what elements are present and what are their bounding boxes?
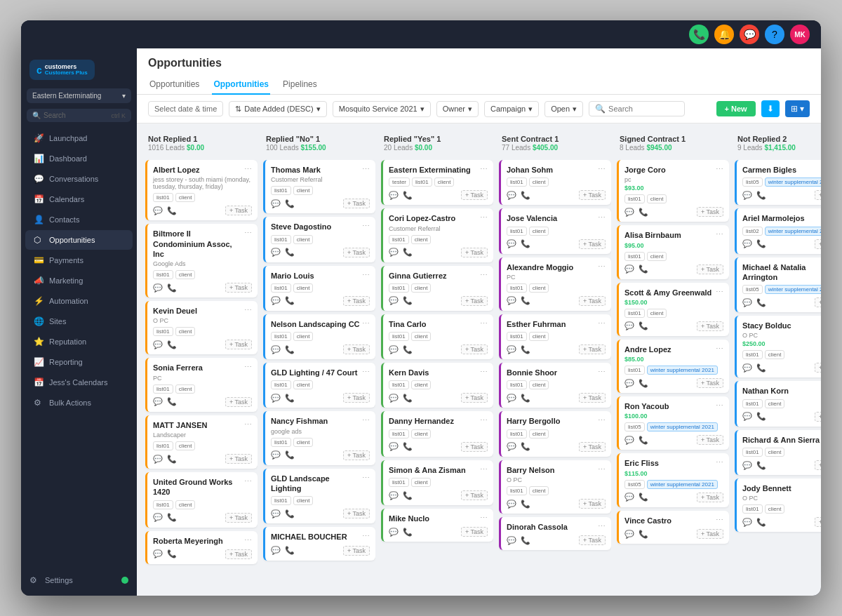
sidebar-item-contacts[interactable]: 👤 Contacts bbox=[25, 210, 133, 229]
sidebar-item-jess-calendars[interactable]: 📅 Jess's Calendars bbox=[25, 373, 133, 392]
org-selector[interactable]: Eastern Exterminating ▾ bbox=[27, 88, 131, 103]
add-task-btn[interactable]: + Task bbox=[697, 378, 723, 388]
card-chat-icon[interactable]: 💬 bbox=[153, 397, 163, 406]
card-more-btn[interactable]: ⋯ bbox=[716, 516, 723, 525]
card-chat-icon[interactable]: 💬 bbox=[624, 436, 634, 445]
card-more-btn[interactable]: ⋯ bbox=[362, 532, 370, 541]
card-chat-icon[interactable]: 💬 bbox=[624, 321, 634, 330]
kanban-card[interactable]: Ariel Marmolejos ⋯ list02winter suppleme… bbox=[735, 208, 821, 253]
card-phone-icon[interactable]: 📞 bbox=[756, 363, 766, 373]
card-chat-icon[interactable]: 💬 bbox=[153, 340, 163, 349]
card-phone-icon[interactable]: 📞 bbox=[639, 530, 648, 539]
card-more-btn[interactable]: ⋯ bbox=[362, 368, 370, 377]
sidebar-item-marketing[interactable]: 📣 Marketing bbox=[25, 271, 133, 290]
kanban-card[interactable]: Jose Valencia ⋯ list01client 💬 📞 + Task bbox=[499, 208, 611, 253]
kanban-card[interactable]: Carmen Bigles ⋯ list05winter supplementa… bbox=[735, 160, 821, 205]
card-chat-icon[interactable]: 💬 bbox=[507, 239, 516, 248]
card-chat-icon[interactable]: 💬 bbox=[271, 546, 281, 555]
kanban-card[interactable]: Tina Carlo ⋯ list01client 💬 📞 + Task bbox=[381, 314, 493, 359]
card-chat-icon[interactable]: 💬 bbox=[624, 379, 634, 388]
add-task-btn[interactable]: + Task bbox=[815, 517, 821, 527]
card-more-btn[interactable]: ⋯ bbox=[362, 319, 370, 328]
add-task-btn[interactable]: + Task bbox=[697, 265, 723, 274]
sidebar-item-automation[interactable]: ⚡ Automation bbox=[25, 291, 133, 311]
add-task-btn[interactable]: + Task bbox=[697, 321, 723, 331]
card-chat-icon[interactable]: 💬 bbox=[389, 191, 399, 200]
card-chat-icon[interactable]: 💬 bbox=[742, 363, 752, 373]
add-task-btn[interactable]: + Task bbox=[461, 296, 488, 306]
add-task-btn[interactable]: + Task bbox=[225, 340, 252, 349]
card-more-btn[interactable]: ⋯ bbox=[480, 271, 488, 280]
card-more-btn[interactable]: ⋯ bbox=[244, 420, 252, 429]
card-phone-icon[interactable]: 📞 bbox=[285, 546, 295, 555]
sidebar-item-payments[interactable]: 💳 Payments bbox=[25, 250, 133, 270]
card-chat-icon[interactable]: 💬 bbox=[742, 239, 752, 248]
add-task-btn[interactable]: + Task bbox=[815, 412, 821, 422]
kanban-card[interactable]: Dinorah Cassola ⋯ 💬 📞 + Task bbox=[499, 517, 611, 550]
card-phone-icon[interactable]: 📞 bbox=[756, 239, 766, 248]
card-more-btn[interactable]: ⋯ bbox=[716, 401, 723, 410]
card-phone-icon[interactable]: 📞 bbox=[639, 265, 648, 274]
card-more-btn[interactable]: ⋯ bbox=[362, 271, 370, 280]
card-more-btn[interactable]: ⋯ bbox=[480, 213, 488, 222]
add-task-btn[interactable]: + Task bbox=[461, 393, 488, 403]
card-more-btn[interactable]: ⋯ bbox=[244, 363, 252, 372]
sidebar-item-opportunities[interactable]: ⬡ Opportunities bbox=[25, 230, 133, 250]
toolbar-search-input[interactable] bbox=[608, 105, 679, 113]
card-chat-icon[interactable]: 💬 bbox=[507, 296, 516, 305]
card-more-btn[interactable]: ⋯ bbox=[598, 165, 606, 174]
add-task-btn[interactable]: + Task bbox=[343, 546, 370, 556]
sort-filter[interactable]: ⇅ Date Added (DESC) ▾ bbox=[229, 101, 326, 117]
card-phone-icon[interactable]: 📞 bbox=[521, 394, 530, 403]
card-more-btn[interactable]: ⋯ bbox=[716, 230, 723, 239]
add-task-btn[interactable]: + Task bbox=[697, 529, 723, 539]
card-phone-icon[interactable]: 📞 bbox=[285, 248, 295, 257]
campaign-filter[interactable]: Campaign ▾ bbox=[484, 101, 539, 117]
card-phone-icon[interactable]: 📞 bbox=[521, 296, 530, 305]
card-chat-icon[interactable]: 💬 bbox=[389, 296, 399, 305]
kanban-card[interactable]: Mike Nuclo ⋯ 💬 📞 + Task bbox=[381, 509, 493, 542]
kanban-card[interactable]: Kern Davis ⋯ list01client 💬 📞 + Task bbox=[381, 363, 493, 408]
card-chat-icon[interactable]: 💬 bbox=[153, 455, 163, 464]
pipeline-filter[interactable]: Mosquito Service 2021 ▾ bbox=[333, 101, 431, 117]
card-more-btn[interactable]: ⋯ bbox=[362, 474, 370, 483]
kanban-card[interactable]: Sonia Ferrera ⋯ PC list01client 💬 📞 + Ta… bbox=[145, 358, 258, 411]
card-phone-icon[interactable]: 📞 bbox=[285, 296, 295, 305]
kanban-card[interactable]: Thomas Mark ⋯ Customer Referral list01cl… bbox=[263, 160, 375, 213]
kanban-card[interactable]: Andre Lopez ⋯ $85.00 list01winter supple… bbox=[617, 340, 729, 393]
card-more-btn[interactable]: ⋯ bbox=[598, 368, 606, 377]
card-chat-icon[interactable]: 💬 bbox=[507, 500, 516, 509]
card-chat-icon[interactable]: 💬 bbox=[507, 442, 516, 451]
card-chat-icon[interactable]: 💬 bbox=[271, 450, 281, 460]
owner-filter[interactable]: Owner ▾ bbox=[436, 101, 479, 117]
card-phone-icon[interactable]: 📞 bbox=[756, 461, 766, 470]
card-chat-icon[interactable]: 💬 bbox=[389, 248, 399, 257]
card-chat-icon[interactable]: 💬 bbox=[624, 493, 634, 502]
add-task-btn[interactable]: + Task bbox=[343, 248, 370, 257]
card-chat-icon[interactable]: 💬 bbox=[507, 191, 516, 200]
settings-nav-item[interactable]: ⚙ Settings bbox=[21, 570, 137, 590]
card-phone-icon[interactable]: 📞 bbox=[403, 191, 413, 200]
card-more-btn[interactable]: ⋯ bbox=[362, 416, 370, 425]
card-phone-icon[interactable]: 📞 bbox=[639, 493, 648, 502]
tab-opportunities[interactable]: Opportunities bbox=[212, 75, 270, 95]
kanban-card[interactable]: Eric Fliss ⋯ $115.00 list05winter supple… bbox=[617, 453, 729, 507]
card-more-btn[interactable]: ⋯ bbox=[598, 465, 606, 474]
kanban-card[interactable]: Stacy Bolduc ⋯ O PC $250.00 list01client… bbox=[735, 316, 821, 377]
kanban-card[interactable]: Nelson Landscaping CC ⋯ list01client 💬 📞… bbox=[263, 314, 375, 359]
add-task-btn[interactable]: + Task bbox=[815, 460, 821, 470]
kanban-card[interactable]: Harry Bergollo ⋯ list01client 💬 📞 + Task bbox=[499, 411, 611, 456]
card-more-btn[interactable]: ⋯ bbox=[716, 344, 723, 354]
card-phone-icon[interactable]: 📞 bbox=[167, 549, 177, 558]
add-task-btn[interactable]: + Task bbox=[579, 393, 606, 403]
card-more-btn[interactable]: ⋯ bbox=[362, 222, 370, 231]
card-more-btn[interactable]: ⋯ bbox=[244, 477, 252, 486]
add-task-btn[interactable]: + Task bbox=[815, 239, 821, 249]
add-task-btn[interactable]: + Task bbox=[343, 509, 370, 518]
kanban-card[interactable]: Alexandre Moggio ⋯ PC list01client 💬 📞 +… bbox=[499, 257, 611, 311]
kanban-card[interactable]: Roberta Meyeringh ⋯ 💬 📞 + Task bbox=[145, 531, 258, 564]
card-phone-icon[interactable]: 📞 bbox=[285, 450, 295, 460]
card-chat-icon[interactable]: 💬 bbox=[271, 248, 281, 257]
add-task-btn[interactable]: + Task bbox=[579, 535, 606, 545]
kanban-card[interactable]: Danny Hernandez ⋯ list01client 💬 📞 + Tas… bbox=[381, 411, 493, 456]
